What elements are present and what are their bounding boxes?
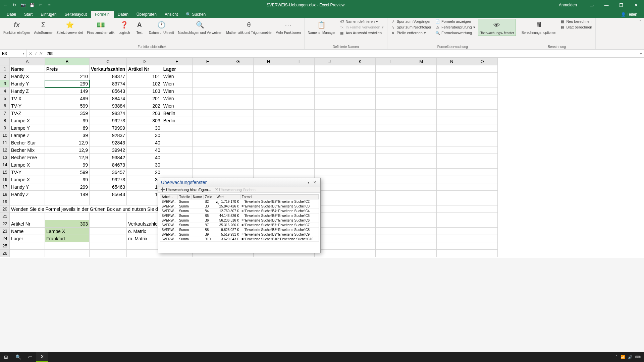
cell[interactable] xyxy=(436,73,467,80)
cell[interactable] xyxy=(406,205,436,213)
logical-button[interactable]: ❓ Logisch xyxy=(117,19,131,35)
cell[interactable] xyxy=(436,65,467,73)
cell[interactable] xyxy=(45,198,90,205)
cell[interactable] xyxy=(467,220,497,228)
cell[interactable] xyxy=(467,73,497,80)
cell[interactable]: 88474 xyxy=(90,95,127,102)
watch-window-titlebar[interactable]: Überwachungsfenster ▾ ✕ xyxy=(158,178,320,187)
cell[interactable] xyxy=(406,73,436,80)
tray-chevron-icon[interactable]: ˄ xyxy=(616,355,618,359)
cell[interactable] xyxy=(467,235,497,242)
cell[interactable] xyxy=(90,220,127,228)
watch-grid[interactable]: Arbeit...TabelleNameZelleWertFormelSVERW… xyxy=(160,194,319,242)
cell[interactable] xyxy=(345,110,375,117)
cell[interactable]: 85643 xyxy=(90,191,127,198)
cell[interactable]: Lampe X xyxy=(10,176,45,183)
financial-button[interactable]: 💵 Finanzmathematik xyxy=(86,19,116,35)
column-header[interactable]: E xyxy=(162,58,192,65)
cell[interactable] xyxy=(406,161,436,169)
cell[interactable] xyxy=(406,191,436,198)
row-header[interactable]: 26 xyxy=(0,250,10,257)
cell[interactable] xyxy=(467,124,497,132)
cell[interactable] xyxy=(406,146,436,154)
watch-row[interactable]: SVERW...SummB325.048.426 €= 'Erweiterte … xyxy=(160,204,319,209)
cell[interactable]: 30 xyxy=(126,124,162,132)
cell[interactable]: 99 xyxy=(45,176,90,183)
trace-dependents-button[interactable]: ↘Spur zum Nachfolger xyxy=(389,24,433,30)
cell[interactable] xyxy=(314,161,345,169)
cell[interactable]: 303 xyxy=(45,220,90,228)
cell[interactable]: 39942 xyxy=(90,146,127,154)
cell[interactable] xyxy=(284,73,314,80)
name-box[interactable]: ▾ xyxy=(0,50,27,57)
cell[interactable] xyxy=(192,146,223,154)
cell[interactable]: 83774 xyxy=(90,80,127,87)
column-header[interactable]: C xyxy=(90,58,127,65)
cell[interactable] xyxy=(406,176,436,183)
cell[interactable] xyxy=(314,95,345,102)
cell[interactable]: 210 xyxy=(45,73,90,80)
cell[interactable] xyxy=(162,139,192,146)
cell[interactable] xyxy=(375,110,406,117)
cell[interactable] xyxy=(253,139,284,146)
cell[interactable] xyxy=(375,205,406,213)
cell[interactable] xyxy=(345,95,375,102)
fx-icon[interactable]: fx xyxy=(40,51,43,56)
cell[interactable] xyxy=(467,95,497,102)
column-header[interactable]: N xyxy=(436,58,467,65)
cell[interactable] xyxy=(284,80,314,87)
cell[interactable] xyxy=(345,146,375,154)
row-header[interactable]: 6 xyxy=(0,102,10,110)
cell[interactable] xyxy=(126,198,162,205)
cell[interactable]: Wien xyxy=(162,80,192,87)
cell[interactable] xyxy=(375,124,406,132)
cell[interactable] xyxy=(253,65,284,73)
cell[interactable] xyxy=(375,146,406,154)
formula-input-wrap[interactable] xyxy=(45,51,638,56)
cell[interactable]: Lampe Y xyxy=(10,124,45,132)
cell[interactable]: Wien xyxy=(162,73,192,80)
cell[interactable] xyxy=(375,191,406,198)
cell[interactable]: Wien xyxy=(162,87,192,95)
insert-function-button[interactable]: fx Funktion einfügen xyxy=(2,19,32,35)
column-header[interactable]: H xyxy=(253,58,284,65)
cell[interactable]: Preis xyxy=(45,65,90,73)
cell[interactable] xyxy=(253,161,284,169)
qat-camera-icon[interactable]: 📷 xyxy=(20,2,26,8)
cell[interactable] xyxy=(406,220,436,228)
tab-suchen[interactable]: 🔍 Suchen xyxy=(182,11,210,18)
excel-taskbar-icon[interactable]: X xyxy=(36,352,48,362)
cell[interactable] xyxy=(406,102,436,110)
cell[interactable]: 84377 xyxy=(90,73,127,80)
cell[interactable] xyxy=(467,198,497,205)
cell[interactable]: 99273 xyxy=(90,117,127,124)
cell[interactable]: 103 xyxy=(126,87,162,95)
cell[interactable] xyxy=(223,124,253,132)
cell[interactable] xyxy=(314,110,345,117)
cell[interactable] xyxy=(90,242,127,250)
recently-used-button[interactable]: ⭐ Zuletzt verwendet xyxy=(55,19,85,35)
cell[interactable] xyxy=(375,95,406,102)
add-watch-button[interactable]: ➕Überwachung hinzufügen... xyxy=(160,187,211,192)
cell[interactable] xyxy=(467,146,497,154)
cell[interactable] xyxy=(345,161,375,169)
cell[interactable] xyxy=(90,213,127,220)
cell[interactable] xyxy=(314,154,345,161)
cell[interactable] xyxy=(436,235,467,242)
cell[interactable] xyxy=(406,213,436,220)
cell[interactable] xyxy=(375,242,406,250)
cell[interactable]: 69 xyxy=(45,124,90,132)
cell[interactable]: TV-Y xyxy=(10,102,45,110)
cell[interactable]: 85643 xyxy=(90,87,127,95)
qat-customize-icon[interactable]: ≡ xyxy=(46,2,52,8)
cell[interactable]: 12,9 xyxy=(45,139,90,146)
cell[interactable]: 203 xyxy=(126,110,162,117)
cell[interactable] xyxy=(436,161,467,169)
cell[interactable]: 303 xyxy=(126,117,162,124)
cell[interactable]: Berlin xyxy=(162,117,192,124)
cell[interactable]: 93842 xyxy=(90,154,127,161)
cell[interactable] xyxy=(406,87,436,95)
cell[interactable] xyxy=(467,191,497,198)
cell[interactable] xyxy=(223,65,253,73)
cell[interactable] xyxy=(375,250,406,257)
